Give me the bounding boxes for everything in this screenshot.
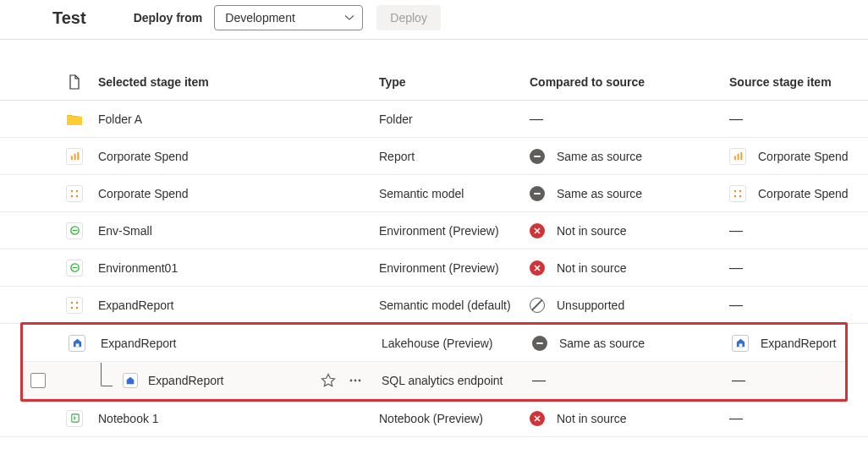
deploy-from-label: Deploy from — [134, 11, 203, 25]
status-not-in-source-icon — [530, 223, 545, 238]
svg-point-9 — [76, 194, 78, 196]
header-selected-item[interactable]: Selected stage item — [98, 75, 379, 89]
svg-rect-0 — [70, 156, 72, 161]
status-same-icon — [532, 336, 547, 351]
status-same-icon — [530, 149, 545, 164]
source-name: Corporate Spend — [758, 187, 849, 200]
lakehouse-icon — [732, 335, 749, 352]
item-name: ExpandReport — [101, 337, 177, 350]
source-dash: — — [729, 112, 743, 127]
item-name: ExpandReport — [98, 298, 174, 312]
table-row[interactable]: Environment01 Environment (Preview) Not … — [0, 249, 868, 287]
deploy-button[interactable]: Deploy — [376, 5, 441, 30]
svg-rect-20 — [75, 343, 79, 347]
stage-title: Test — [52, 8, 86, 28]
item-type: Folder — [379, 112, 413, 126]
svg-point-23 — [354, 379, 357, 381]
svg-point-8 — [71, 194, 73, 196]
table-row-child[interactable]: ExpandReport SQL analytics endpoint — — — [23, 362, 845, 399]
table-header-row: Selected stage item Type Compared to sou… — [0, 63, 868, 101]
svg-point-19 — [76, 306, 78, 308]
source-stage-select[interactable]: Development — [214, 5, 363, 30]
svg-point-11 — [739, 189, 741, 191]
table-row[interactable]: Notebook 1 Notebook (Preview) Not in sou… — [0, 400, 868, 437]
svg-point-6 — [71, 189, 73, 191]
row-checkbox[interactable] — [30, 373, 46, 388]
source-dash: — — [729, 223, 743, 238]
item-name: ExpandReport — [148, 374, 224, 387]
item-type: Lakehouse (Preview) — [382, 337, 493, 350]
compare-label: Same as source — [557, 150, 642, 163]
item-type: Notebook (Preview) — [379, 412, 483, 425]
item-type: Environment (Preview) — [379, 261, 499, 275]
compare-label: Not in source — [557, 224, 626, 238]
more-options-icon[interactable] — [348, 373, 363, 388]
favorite-icon[interactable] — [321, 373, 336, 388]
source-dash: — — [729, 411, 743, 426]
status-same-icon — [530, 186, 545, 201]
header-type[interactable]: Type — [379, 75, 530, 89]
svg-point-22 — [350, 379, 353, 381]
source-stage-select-wrap: Development — [214, 5, 363, 30]
item-name: Corporate Spend — [98, 187, 189, 200]
svg-point-16 — [71, 301, 73, 303]
item-type: Environment (Preview) — [379, 224, 499, 238]
item-type: Semantic model (default) — [379, 298, 511, 312]
svg-point-24 — [359, 379, 361, 381]
svg-point-12 — [734, 194, 736, 196]
status-not-in-source-icon — [530, 260, 545, 276]
environment-icon — [66, 260, 83, 277]
report-icon — [66, 148, 83, 165]
notebook-icon — [66, 410, 83, 427]
table-row[interactable]: Folder A Folder — — — [0, 101, 868, 138]
table-row[interactable]: Corporate Spend Report Same as source Co… — [0, 138, 868, 175]
table-row[interactable]: ExpandReport Semantic model (default) Un… — [0, 287, 868, 324]
svg-rect-2 — [77, 152, 79, 160]
compare-label: Same as source — [559, 337, 645, 350]
item-name: Env-Small — [98, 224, 152, 238]
semantic-model-icon — [729, 185, 746, 202]
table-row[interactable]: ExpandReport Lakehouse (Preview) Same as… — [23, 325, 845, 362]
item-name: Folder A — [98, 112, 142, 126]
items-table: Selected stage item Type Compared to sou… — [0, 63, 868, 437]
svg-point-10 — [734, 189, 736, 191]
item-type: SQL analytics endpoint — [382, 374, 503, 387]
compare-label: Unsupported — [557, 298, 624, 312]
compare-label: Not in source — [557, 412, 626, 425]
svg-rect-21 — [739, 343, 742, 347]
status-not-in-source-icon — [530, 411, 545, 426]
file-icon — [69, 74, 80, 90]
header-compared[interactable]: Compared to source — [530, 75, 729, 89]
semantic-model-icon — [66, 297, 83, 314]
sql-endpoint-icon — [123, 373, 138, 388]
svg-point-13 — [739, 194, 741, 196]
item-type: Report — [379, 150, 415, 163]
report-icon — [729, 148, 746, 165]
compare-label: Same as source — [557, 187, 642, 200]
svg-rect-5 — [740, 152, 742, 160]
table-row[interactable]: Env-Small Environment (Preview) Not in s… — [0, 212, 868, 249]
compare-dash: — — [532, 373, 546, 388]
svg-rect-3 — [733, 156, 735, 161]
semantic-model-icon — [66, 185, 83, 202]
folder-icon — [66, 112, 83, 126]
highlighted-group: ExpandReport Lakehouse (Preview) Same as… — [20, 322, 848, 402]
environment-icon — [66, 222, 83, 239]
source-name: ExpandReport — [761, 337, 837, 350]
item-type: Semantic model — [379, 187, 464, 200]
lakehouse-icon — [69, 335, 85, 352]
source-name: Corporate Spend — [758, 150, 849, 163]
compare-dash: — — [530, 112, 543, 127]
svg-rect-4 — [737, 154, 739, 160]
stage-header: Test Deploy from Development Deploy — [0, 0, 868, 40]
status-unsupported-icon — [530, 298, 545, 313]
source-dash: — — [729, 260, 743, 276]
tree-connector-icon — [101, 363, 113, 386]
svg-point-17 — [76, 301, 78, 303]
svg-rect-1 — [74, 154, 75, 160]
item-name: Notebook 1 — [98, 412, 159, 425]
table-row[interactable]: Corporate Spend Semantic model Same as s… — [0, 175, 868, 212]
header-source-item[interactable]: Source stage item — [729, 75, 868, 89]
source-dash: — — [732, 373, 745, 388]
item-name: Environment01 — [98, 261, 178, 275]
